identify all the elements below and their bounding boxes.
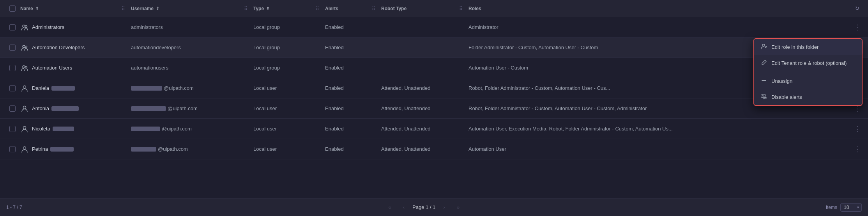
next-page-button[interactable]: ›: [438, 202, 449, 213]
items-per-page-select[interactable]: 10 25 50 100: [840, 203, 862, 212]
row-type: Local user: [253, 146, 316, 152]
svg-point-7: [23, 106, 26, 109]
last-page-button[interactable]: »: [453, 202, 463, 213]
user-icon: [20, 104, 29, 113]
row-menu-button[interactable]: ⋮: [851, 123, 863, 135]
row-name: Automation Users: [32, 65, 72, 71]
row-menu-button[interactable]: ⋮: [851, 21, 863, 34]
row-name-cell: Petrina: [20, 145, 122, 154]
row-actions[interactable]: ⋮: [844, 21, 863, 34]
row-alerts: Enabled: [325, 85, 372, 91]
context-menu-item-unassign[interactable]: Unassign: [754, 73, 862, 89]
row-count-label: 1 - 7 / 7: [6, 205, 22, 210]
row-name: Daniela: [32, 85, 49, 91]
row-alerts: Enabled: [325, 24, 372, 30]
col-header-alerts[interactable]: Alerts: [325, 6, 372, 11]
unassign-label: Unassign: [771, 78, 792, 84]
row-name-cell: Automation Developers: [20, 43, 122, 52]
unassign-icon: [760, 77, 767, 85]
context-menu-item-disable-alerts[interactable]: Disable alerts: [754, 89, 862, 105]
name-sort-icon: ⇕: [35, 6, 39, 11]
pencil-icon: [760, 59, 767, 67]
row-robot-type: Attended, Unattended: [381, 146, 459, 152]
col-header-robot-type[interactable]: Robot Type: [381, 6, 459, 11]
row-checkbox[interactable]: [5, 146, 20, 152]
redacted-username: [131, 127, 160, 131]
row-name: Administrators: [32, 24, 64, 30]
row-username: @uipath.com: [131, 85, 244, 91]
page-label: Page 1 / 1: [412, 204, 435, 210]
user-icon: [20, 84, 29, 93]
svg-point-0: [23, 25, 25, 27]
name-col-label: Name: [20, 6, 33, 11]
svg-point-1: [25, 25, 27, 27]
redacted-name: [51, 106, 79, 111]
redacted-name: [53, 127, 74, 131]
row-name: Nicoleta: [32, 126, 50, 132]
row-type: Local group: [253, 24, 316, 30]
first-page-button[interactable]: «: [384, 202, 395, 213]
row-name-cell: Antonia: [20, 104, 122, 113]
col-header-refresh[interactable]: ↻: [844, 2, 863, 15]
drag-handle-type: ⠿: [316, 5, 325, 11]
redacted-username: [131, 147, 156, 152]
table-footer: 1 - 7 / 7 « ‹ Page 1 / 1 › » Items 10 25…: [0, 198, 868, 216]
items-select-wrapper[interactable]: 10 25 50 100: [840, 203, 862, 212]
redacted-username: [131, 106, 166, 111]
redacted-username: [131, 86, 162, 91]
context-menu: Edit role in this folder Edit Tenant rol…: [753, 38, 863, 106]
select-all-checkbox[interactable]: [5, 5, 20, 12]
row-actions[interactable]: ⋮: [844, 143, 863, 155]
row-actions[interactable]: ⋮: [844, 123, 863, 135]
row-checkbox[interactable]: [5, 126, 20, 132]
row-name: Antonia: [32, 105, 49, 111]
drag-handle-username: ⠿: [244, 5, 253, 11]
svg-rect-11: [762, 80, 766, 81]
col-header-type[interactable]: Type ⇕: [253, 6, 316, 11]
row-username: @uipath.com: [131, 126, 244, 132]
svg-point-6: [23, 86, 26, 88]
row-menu-button[interactable]: ⋮: [851, 143, 863, 155]
type-col-label: Type: [253, 6, 264, 11]
row-roles: Robot, Folder Administrator - Custom, Au…: [468, 105, 844, 111]
drag-handle-alerts: ⠿: [372, 5, 381, 11]
col-header-name[interactable]: Name ⇕: [20, 6, 122, 11]
svg-point-9: [23, 146, 26, 149]
row-checkbox[interactable]: [5, 65, 20, 71]
context-menu-item-edit-tenant[interactable]: Edit Tenant role & robot (optional): [754, 55, 862, 71]
row-checkbox[interactable]: [5, 85, 20, 91]
row-alerts: Enabled: [325, 105, 372, 111]
group-icon: [20, 23, 29, 32]
row-checkbox[interactable]: [5, 105, 20, 112]
alerts-col-label: Alerts: [325, 6, 338, 11]
table-row: Petrina @uipath.com Local user Enabled A…: [0, 139, 868, 159]
table-row: Automation Users automationusers Local g…: [0, 58, 868, 78]
type-sort-icon: ⇕: [266, 6, 269, 11]
row-name: Automation Developers: [32, 45, 85, 50]
roles-col-label: Roles: [468, 6, 481, 11]
row-type: Local group: [253, 45, 316, 50]
row-name-cell: Administrators: [20, 23, 122, 32]
disable-alerts-label: Disable alerts: [771, 94, 802, 100]
row-checkbox[interactable]: [5, 24, 20, 30]
row-type: Local user: [253, 105, 316, 111]
row-username: automationdevelopers: [131, 45, 244, 50]
row-name-cell: Daniela: [20, 84, 122, 93]
svg-point-2: [23, 45, 25, 48]
username-sort-icon: ⇕: [156, 6, 159, 11]
context-menu-item-edit-role[interactable]: Edit role in this folder: [754, 39, 862, 55]
row-roles: Automation User: [468, 146, 844, 152]
row-username: automationusers: [131, 65, 244, 71]
row-alerts: Enabled: [325, 146, 372, 152]
col-header-username[interactable]: Username ⇕: [131, 6, 244, 11]
col-header-roles[interactable]: Roles: [468, 6, 844, 11]
row-name-cell: Nicoleta: [20, 125, 122, 133]
row-checkbox[interactable]: [5, 45, 20, 51]
refresh-button[interactable]: ↻: [851, 2, 863, 15]
group-icon: [20, 64, 29, 72]
user-icon: [20, 125, 29, 133]
row-type: Local group: [253, 65, 316, 71]
prev-page-button[interactable]: ‹: [398, 202, 409, 213]
redacted-name: [50, 147, 74, 152]
edit-role-label: Edit role in this folder: [771, 44, 819, 50]
